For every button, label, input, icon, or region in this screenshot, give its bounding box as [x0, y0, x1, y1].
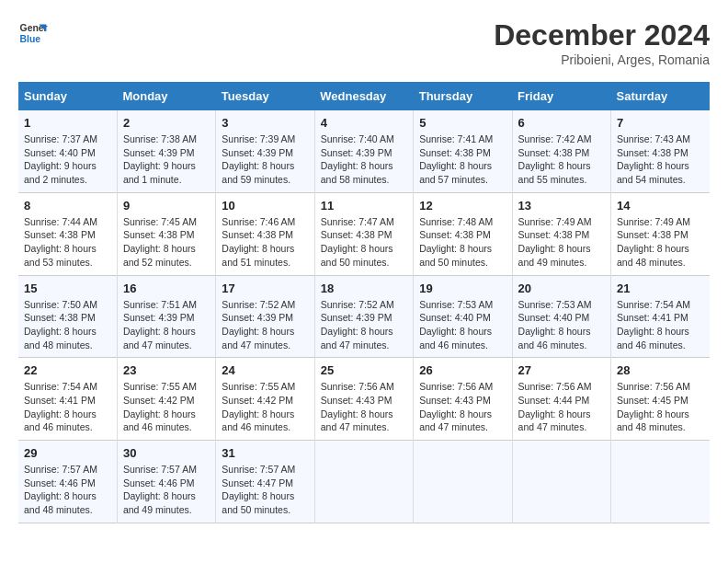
- day-number: 29: [24, 446, 111, 460]
- sunrise-label: Sunrise: 7:38 AM: [123, 133, 197, 144]
- sunrise-label: Sunrise: 7:55 AM: [222, 381, 295, 392]
- daylight-label: Daylight: 8 hours and 53 minutes.: [24, 243, 97, 268]
- day-cell-8: 8 Sunrise: 7:44 AM Sunset: 4:38 PM Dayli…: [18, 192, 117, 275]
- title-block: December 2024 Priboieni, Arges, Romania: [494, 18, 710, 67]
- day-number: 3: [222, 116, 308, 130]
- day-number: 25: [321, 363, 407, 377]
- sunrise-label: Sunrise: 7:49 AM: [518, 216, 592, 227]
- daylight-label: Daylight: 8 hours and 47 minutes.: [222, 326, 294, 350]
- day-cell-19: 19 Sunrise: 7:53 AM Sunset: 4:40 PM Dayl…: [414, 275, 512, 358]
- sunset-label: Sunset: 4:39 PM: [222, 147, 293, 158]
- calendar-week-5: 29 Sunrise: 7:57 AM Sunset: 4:46 PM Dayl…: [18, 441, 710, 523]
- day-cell-2: 2 Sunrise: 7:38 AM Sunset: 4:39 PM Dayli…: [117, 110, 215, 192]
- day-cell-10: 10 Sunrise: 7:46 AM Sunset: 4:38 PM Dayl…: [216, 192, 314, 275]
- calendar-week-3: 15 Sunrise: 7:50 AM Sunset: 4:38 PM Dayl…: [18, 275, 710, 358]
- daylight-label: Daylight: 8 hours and 46 minutes.: [222, 408, 294, 433]
- day-cell-4: 4 Sunrise: 7:40 AM Sunset: 4:39 PM Dayli…: [314, 110, 413, 192]
- daylight-label: Daylight: 8 hours and 50 minutes.: [419, 243, 492, 268]
- daylight-label: Daylight: 8 hours and 47 minutes.: [419, 408, 492, 433]
- day-cell-24: 24 Sunrise: 7:55 AM Sunset: 4:42 PM Dayl…: [216, 358, 314, 441]
- header-tuesday: Tuesday: [216, 82, 314, 110]
- day-cell-15: 15 Sunrise: 7:50 AM Sunset: 4:38 PM Dayl…: [18, 275, 117, 358]
- sunset-label: Sunset: 4:38 PM: [222, 229, 293, 240]
- day-cell-14: 14 Sunrise: 7:49 AM Sunset: 4:38 PM Dayl…: [611, 192, 710, 275]
- daylight-label: Daylight: 8 hours and 59 minutes.: [222, 160, 294, 185]
- day-cell-31: 31 Sunrise: 7:57 AM Sunset: 4:47 PM Dayl…: [216, 441, 314, 523]
- day-cell-18: 18 Sunrise: 7:52 AM Sunset: 4:39 PM Dayl…: [314, 275, 413, 358]
- sunset-label: Sunset: 4:38 PM: [617, 229, 688, 240]
- sunrise-label: Sunrise: 7:57 AM: [222, 464, 295, 475]
- daylight-label: Daylight: 8 hours and 46 minutes.: [24, 408, 97, 433]
- sunrise-label: Sunrise: 7:55 AM: [123, 381, 197, 392]
- sunset-label: Sunset: 4:41 PM: [617, 312, 688, 323]
- sunset-label: Sunset: 4:42 PM: [123, 395, 195, 406]
- day-cell-20: 20 Sunrise: 7:53 AM Sunset: 4:40 PM Dayl…: [512, 275, 610, 358]
- day-number: 10: [222, 199, 308, 213]
- svg-text:Blue: Blue: [20, 34, 41, 44]
- sunrise-label: Sunrise: 7:53 AM: [419, 299, 493, 310]
- sunrise-label: Sunrise: 7:56 AM: [617, 381, 690, 392]
- sunset-label: Sunset: 4:38 PM: [419, 229, 491, 240]
- day-number: 22: [24, 363, 111, 377]
- sunrise-label: Sunrise: 7:40 AM: [321, 133, 394, 144]
- daylight-label: Daylight: 8 hours and 46 minutes.: [419, 326, 492, 350]
- day-number: 18: [321, 282, 407, 295]
- sunrise-label: Sunrise: 7:51 AM: [123, 299, 197, 310]
- day-info: Sunrise: 7:50 AM Sunset: 4:38 PM Dayligh…: [24, 298, 111, 352]
- day-number: 1: [24, 116, 111, 130]
- day-info: Sunrise: 7:57 AM Sunset: 4:47 PM Dayligh…: [222, 463, 308, 517]
- day-info: Sunrise: 7:56 AM Sunset: 4:45 PM Dayligh…: [617, 380, 704, 434]
- day-info: Sunrise: 7:44 AM Sunset: 4:38 PM Dayligh…: [24, 215, 111, 270]
- daylight-label: Daylight: 8 hours and 47 minutes.: [321, 408, 393, 433]
- day-number: 4: [321, 116, 407, 130]
- day-number: 5: [419, 116, 506, 130]
- daylight-label: Daylight: 8 hours and 46 minutes.: [123, 408, 196, 433]
- day-info: Sunrise: 7:57 AM Sunset: 4:46 PM Dayligh…: [123, 463, 210, 517]
- day-number: 27: [518, 363, 605, 377]
- sunset-label: Sunset: 4:46 PM: [24, 477, 96, 488]
- sunrise-label: Sunrise: 7:46 AM: [222, 216, 295, 227]
- daylight-label: Daylight: 9 hours and 2 minutes.: [24, 160, 97, 185]
- location-subtitle: Priboieni, Arges, Romania: [494, 52, 710, 67]
- sunset-label: Sunset: 4:38 PM: [419, 147, 491, 158]
- day-cell-6: 6 Sunrise: 7:42 AM Sunset: 4:38 PM Dayli…: [512, 110, 610, 192]
- empty-cell: [512, 441, 610, 523]
- sunset-label: Sunset: 4:39 PM: [321, 312, 392, 323]
- day-cell-3: 3 Sunrise: 7:39 AM Sunset: 4:39 PM Dayli…: [216, 110, 314, 192]
- sunrise-label: Sunrise: 7:52 AM: [321, 299, 394, 310]
- sunset-label: Sunset: 4:47 PM: [222, 477, 293, 488]
- sunrise-label: Sunrise: 7:44 AM: [24, 216, 97, 227]
- sunset-label: Sunset: 4:43 PM: [419, 395, 491, 406]
- day-number: 7: [617, 116, 704, 130]
- day-info: Sunrise: 7:56 AM Sunset: 4:43 PM Dayligh…: [419, 380, 506, 434]
- daylight-label: Daylight: 8 hours and 48 minutes.: [24, 490, 97, 515]
- page-header: General Blue December 2024 Priboieni, Ar…: [18, 18, 710, 67]
- header-wednesday: Wednesday: [314, 82, 413, 110]
- header-sunday: Sunday: [18, 82, 117, 110]
- day-info: Sunrise: 7:52 AM Sunset: 4:39 PM Dayligh…: [222, 298, 308, 352]
- daylight-label: Daylight: 8 hours and 50 minutes.: [321, 243, 393, 268]
- sunset-label: Sunset: 4:42 PM: [222, 395, 293, 406]
- sunrise-label: Sunrise: 7:41 AM: [419, 133, 493, 144]
- day-cell-23: 23 Sunrise: 7:55 AM Sunset: 4:42 PM Dayl…: [117, 358, 215, 441]
- sunrise-label: Sunrise: 7:56 AM: [321, 381, 394, 392]
- day-info: Sunrise: 7:48 AM Sunset: 4:38 PM Dayligh…: [419, 215, 506, 270]
- sunset-label: Sunset: 4:40 PM: [518, 312, 590, 323]
- day-number: 15: [24, 282, 111, 295]
- day-number: 26: [419, 363, 506, 377]
- calendar-week-2: 8 Sunrise: 7:44 AM Sunset: 4:38 PM Dayli…: [18, 192, 710, 275]
- logo-icon: General Blue: [18, 18, 48, 48]
- header-monday: Monday: [117, 82, 215, 110]
- day-number: 30: [123, 446, 210, 460]
- daylight-label: Daylight: 8 hours and 48 minutes.: [617, 243, 689, 268]
- day-number: 28: [617, 363, 704, 377]
- sunrise-label: Sunrise: 7:39 AM: [222, 133, 295, 144]
- day-info: Sunrise: 7:47 AM Sunset: 4:38 PM Dayligh…: [321, 215, 407, 270]
- daylight-label: Daylight: 9 hours and 1 minute.: [123, 160, 196, 185]
- day-info: Sunrise: 7:56 AM Sunset: 4:43 PM Dayligh…: [321, 380, 407, 434]
- calendar-week-4: 22 Sunrise: 7:54 AM Sunset: 4:41 PM Dayl…: [18, 358, 710, 441]
- day-cell-5: 5 Sunrise: 7:41 AM Sunset: 4:38 PM Dayli…: [414, 110, 512, 192]
- day-cell-17: 17 Sunrise: 7:52 AM Sunset: 4:39 PM Dayl…: [216, 275, 314, 358]
- day-number: 6: [518, 116, 605, 130]
- sunrise-label: Sunrise: 7:54 AM: [617, 299, 690, 310]
